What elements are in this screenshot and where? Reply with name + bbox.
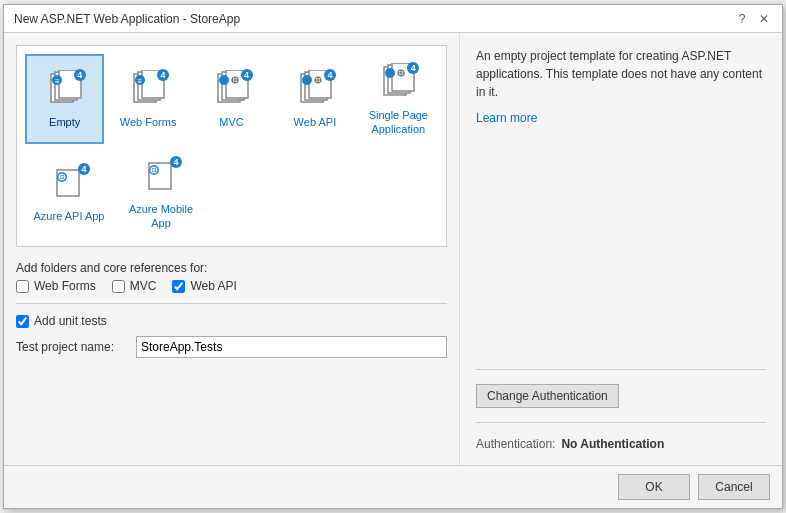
template-webapi[interactable]: 4 Web API [275, 54, 354, 144]
title-bar: New ASP.NET Web Application - StoreApp ?… [4, 5, 782, 33]
test-name-row: Test project name: [16, 336, 447, 358]
spacer [476, 135, 766, 355]
unit-tests-checkbox[interactable] [16, 315, 29, 328]
svg-text:≡: ≡ [55, 77, 60, 86]
template-azure-api-label: Azure API App [34, 209, 105, 223]
badge-azure-api: 4 [78, 163, 90, 175]
template-azure-mobile[interactable]: 4 Azure Mobile App [117, 148, 205, 238]
badge-empty: 4 [74, 69, 86, 81]
dialog-footer: OK Cancel [4, 465, 782, 508]
dialog-title: New ASP.NET Web Application - StoreApp [14, 12, 240, 26]
template-grid: ≡ 4 Empty [16, 45, 447, 247]
badge-spa: 4 [407, 62, 419, 74]
unit-tests-label-text: Add unit tests [34, 314, 107, 328]
change-auth-button[interactable]: Change Authentication [476, 384, 619, 408]
template-empty-icon: ≡ 4 [44, 69, 86, 111]
title-bar-controls: ? ✕ [734, 11, 772, 27]
close-button[interactable]: ✕ [756, 11, 772, 27]
main-dialog: New ASP.NET Web Application - StoreApp ?… [3, 4, 783, 509]
badge-webforms: 4 [157, 69, 169, 81]
template-mvc[interactable]: 4 MVC [192, 54, 271, 144]
right-divider [476, 369, 766, 370]
checkbox-webforms[interactable] [16, 280, 29, 293]
template-mvc-label: MVC [219, 115, 243, 129]
svg-point-27 [385, 68, 395, 78]
template-webapi-label: Web API [294, 115, 337, 129]
template-webapi-icon: 4 [294, 69, 336, 111]
right-panel: An empty project template for creating A… [459, 33, 782, 465]
template-mvc-icon: 4 [211, 69, 253, 111]
checkbox-webforms-label[interactable]: Web Forms [16, 279, 96, 293]
unit-tests-section: Add unit tests Test project name: [16, 303, 447, 358]
learn-more-link[interactable]: Learn more [476, 111, 766, 125]
svg-point-13 [219, 75, 229, 85]
svg-point-20 [302, 75, 312, 85]
auth-row: Authentication: No Authentication [476, 437, 766, 451]
badge-webapi: 4 [324, 69, 336, 81]
ok-button[interactable]: OK [618, 474, 690, 500]
template-row-2: 4 Azure API App [25, 148, 438, 238]
description-text: An empty project template for creating A… [476, 47, 766, 101]
auth-value: No Authentication [561, 437, 664, 451]
template-azure-api[interactable]: 4 Azure API App [25, 148, 113, 238]
cancel-button[interactable]: Cancel [698, 474, 770, 500]
svg-text:≡: ≡ [138, 77, 143, 86]
template-webforms-icon: ≡ 4 [127, 69, 169, 111]
checkbox-mvc-text: MVC [130, 279, 157, 293]
checkbox-webapi-label[interactable]: Web API [172, 279, 236, 293]
test-name-input[interactable] [136, 336, 447, 358]
folders-section: Add folders and core references for: Web… [16, 257, 447, 293]
checkbox-mvc[interactable] [112, 280, 125, 293]
checkbox-webforms-text: Web Forms [34, 279, 96, 293]
dialog-body: ≡ 4 Empty [4, 33, 782, 465]
template-empty-label: Empty [49, 115, 80, 129]
badge-azure-mobile: 4 [170, 156, 182, 168]
help-button[interactable]: ? [734, 11, 750, 27]
checkbox-mvc-label[interactable]: MVC [112, 279, 157, 293]
checkbox-webapi-text: Web API [190, 279, 236, 293]
template-row-1: ≡ 4 Empty [25, 54, 438, 144]
template-azure-mobile-icon: 4 [140, 156, 182, 198]
template-spa[interactable]: 4 Single Page Application [359, 54, 438, 144]
checkboxes-row: Web Forms MVC Web API [16, 279, 447, 293]
badge-mvc: 4 [241, 69, 253, 81]
template-azure-api-icon: 4 [48, 163, 90, 205]
folders-header: Add folders and core references for: [16, 261, 447, 275]
auth-label: Authentication: [476, 437, 555, 451]
template-empty[interactable]: ≡ 4 Empty [25, 54, 104, 144]
template-webforms-label: Web Forms [120, 115, 177, 129]
template-webforms[interactable]: ≡ 4 Web Forms [108, 54, 187, 144]
test-name-label: Test project name: [16, 340, 126, 354]
template-spa-label: Single Page Application [369, 108, 428, 137]
template-spa-icon: 4 [377, 62, 419, 104]
right-divider-2 [476, 422, 766, 423]
left-panel: ≡ 4 Empty [4, 33, 459, 465]
template-azure-mobile-label: Azure Mobile App [129, 202, 193, 231]
unit-tests-checkbox-label[interactable]: Add unit tests [16, 314, 447, 328]
checkbox-webapi[interactable] [172, 280, 185, 293]
